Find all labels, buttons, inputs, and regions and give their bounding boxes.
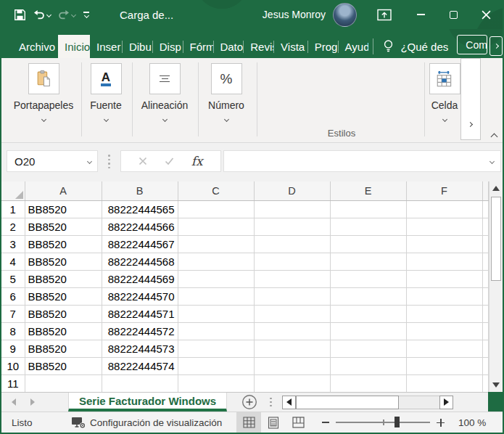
cell[interactable] xyxy=(406,357,482,374)
user-avatar[interactable] xyxy=(333,3,357,27)
cell-b10[interactable]: 88222444574 xyxy=(102,357,178,374)
tab-insertar[interactable]: Inser xyxy=(90,35,122,58)
group-numero[interactable]: % Número xyxy=(202,63,250,121)
cell[interactable] xyxy=(254,235,330,253)
previous-sheet-icon[interactable] xyxy=(12,398,16,406)
celda-expand-icon[interactable] xyxy=(442,117,447,122)
cell[interactable] xyxy=(330,235,406,253)
group-alineacion[interactable]: Alineación xyxy=(136,63,193,121)
ribbon-overflow-button[interactable] xyxy=(460,58,481,140)
share-button[interactable]: Compartir xyxy=(457,35,487,54)
cell[interactable] xyxy=(406,270,482,287)
redo-button[interactable] xyxy=(56,8,77,22)
cell[interactable] xyxy=(178,374,254,392)
cell[interactable] xyxy=(254,305,330,322)
sheet-tab-active[interactable]: Serie Facturador Windows xyxy=(68,393,227,412)
cell[interactable] xyxy=(330,270,406,287)
cell[interactable] xyxy=(178,357,254,374)
tab-disposicion[interactable]: Disp xyxy=(153,35,183,58)
cell[interactable] xyxy=(254,340,330,357)
zoom-in-button[interactable] xyxy=(437,419,445,427)
row-header[interactable]: 2 xyxy=(1,218,25,235)
cell-b8[interactable]: 88222444572 xyxy=(102,322,178,340)
scroll-left-button[interactable] xyxy=(282,396,296,409)
cell-a4[interactable]: BB8520 xyxy=(25,253,102,270)
cell-b11[interactable] xyxy=(102,374,178,392)
cell[interactable] xyxy=(482,235,488,253)
more-ribbon-options-button[interactable] xyxy=(489,36,503,56)
cell[interactable] xyxy=(178,235,254,253)
cell[interactable] xyxy=(406,200,482,218)
fuente-expand-icon[interactable] xyxy=(103,117,108,122)
cell[interactable] xyxy=(330,322,406,340)
formula-bar-resize-handle[interactable] xyxy=(108,155,110,168)
horizontal-scrollbar[interactable] xyxy=(282,393,453,412)
fuente-button[interactable]: A xyxy=(91,63,122,94)
cell[interactable] xyxy=(406,253,482,270)
cell[interactable] xyxy=(482,357,488,374)
group-portapapeles[interactable]: Portapapeles xyxy=(10,63,77,121)
cell-a11[interactable] xyxy=(25,374,102,392)
cell[interactable] xyxy=(254,357,330,374)
new-sheet-button[interactable] xyxy=(241,393,257,412)
cell[interactable] xyxy=(254,287,330,305)
row-header[interactable]: 4 xyxy=(1,253,25,270)
group-celda[interactable]: Celda xyxy=(428,63,461,121)
cell-a9[interactable]: BB8520 xyxy=(25,340,102,357)
cell-a2[interactable]: BB8520 xyxy=(25,218,102,235)
tab-programador[interactable]: Prog xyxy=(308,35,338,58)
display-settings-button[interactable]: Configuración de visualización xyxy=(65,412,228,433)
tab-formulas[interactable]: Fórm xyxy=(183,35,213,58)
cell[interactable] xyxy=(482,218,488,235)
page-layout-view-button[interactable] xyxy=(261,412,286,433)
group-fuente[interactable]: A Fuente xyxy=(85,63,127,121)
cell-a1[interactable]: BB8520 xyxy=(25,200,102,218)
cell[interactable] xyxy=(254,270,330,287)
zoom-level[interactable]: 100 % xyxy=(453,417,486,428)
cell-a6[interactable]: BB8520 xyxy=(25,287,102,305)
row-header[interactable]: 5 xyxy=(1,270,25,287)
zoom-slider[interactable] xyxy=(336,422,430,423)
cell-a5[interactable]: BB8520 xyxy=(25,270,102,287)
tab-inicio[interactable]: Inicio xyxy=(58,35,90,58)
tab-vista[interactable]: Vista xyxy=(274,35,307,58)
scroll-up-button[interactable] xyxy=(489,181,503,195)
cell[interactable] xyxy=(330,253,406,270)
insert-function-button[interactable]: fx xyxy=(191,154,203,168)
portapapeles-button[interactable] xyxy=(28,63,59,94)
cell[interactable] xyxy=(482,287,488,305)
name-box-dropdown-icon[interactable] xyxy=(87,158,92,163)
cell-b6[interactable]: 88222444570 xyxy=(102,287,178,305)
cell[interactable] xyxy=(254,322,330,340)
row-header[interactable]: 8 xyxy=(1,322,25,340)
cell[interactable] xyxy=(330,357,406,374)
row-header[interactable]: 11 xyxy=(1,374,25,392)
horizontal-scrollbar-thumb[interactable] xyxy=(296,396,399,409)
scroll-right-button[interactable] xyxy=(439,396,453,409)
cell[interactable] xyxy=(178,305,254,322)
alineacion-expand-icon[interactable] xyxy=(162,117,167,122)
vertical-scrollbar-thumb[interactable] xyxy=(491,197,501,281)
cell[interactable] xyxy=(406,218,482,235)
cell[interactable] xyxy=(482,200,488,218)
cell[interactable] xyxy=(254,218,330,235)
numero-button[interactable]: % xyxy=(211,63,242,94)
cell[interactable] xyxy=(406,235,482,253)
cell-a7[interactable]: BB8520 xyxy=(25,305,102,322)
row-header[interactable]: 9 xyxy=(1,340,25,357)
cell[interactable] xyxy=(482,253,488,270)
tell-me-button[interactable]: ¿Qué des xyxy=(377,35,454,58)
cell[interactable] xyxy=(330,287,406,305)
page-break-view-button[interactable] xyxy=(286,412,310,433)
alineacion-button[interactable] xyxy=(149,63,181,94)
cell[interactable] xyxy=(178,200,254,218)
column-header-a[interactable]: A xyxy=(25,181,102,200)
cell[interactable] xyxy=(406,287,482,305)
cancel-button[interactable] xyxy=(139,157,147,165)
next-sheet-icon[interactable] xyxy=(30,398,35,406)
cell[interactable] xyxy=(482,305,488,322)
cell[interactable] xyxy=(330,218,406,235)
expand-formula-bar-icon[interactable] xyxy=(489,158,495,163)
cell[interactable] xyxy=(254,374,330,392)
normal-view-button[interactable] xyxy=(236,412,261,433)
